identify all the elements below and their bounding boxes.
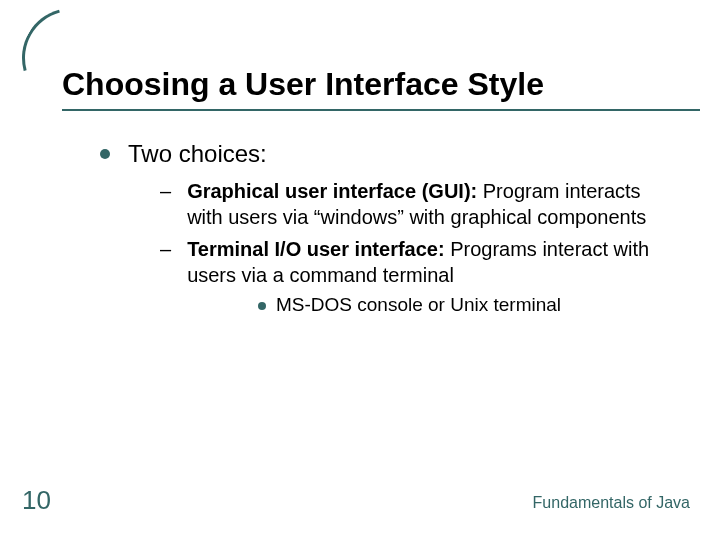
dash-icon: – (160, 178, 171, 204)
bullet-level1-text: Two choices: (128, 140, 267, 168)
bullet-level3: MS-DOS console or Unix terminal (258, 294, 680, 316)
sub-sub-bullets: MS-DOS console or Unix terminal (258, 294, 680, 316)
content-area: Two choices: – Graphical user interface … (100, 140, 680, 316)
bullet-icon (258, 302, 266, 310)
slide-title: Choosing a User Interface Style (62, 66, 700, 103)
footer-text: Fundamentals of Java (533, 494, 690, 512)
slide-number: 10 (22, 485, 51, 516)
title-container: Choosing a User Interface Style (62, 66, 700, 111)
dash-icon: – (160, 236, 171, 262)
bullet-level1: Two choices: (100, 140, 680, 168)
sub-bullets: – Graphical user interface (GUI): Progra… (160, 178, 680, 316)
bullet-level2-text: Terminal I/O user interface: Programs in… (187, 236, 680, 288)
bullet-level2-text: Graphical user interface (GUI): Program … (187, 178, 680, 230)
bullet-level2: – Terminal I/O user interface: Programs … (160, 236, 680, 288)
bullet-level3-text: MS-DOS console or Unix terminal (276, 294, 561, 316)
bullet-icon (100, 149, 110, 159)
bullet-level2: – Graphical user interface (GUI): Progra… (160, 178, 680, 230)
